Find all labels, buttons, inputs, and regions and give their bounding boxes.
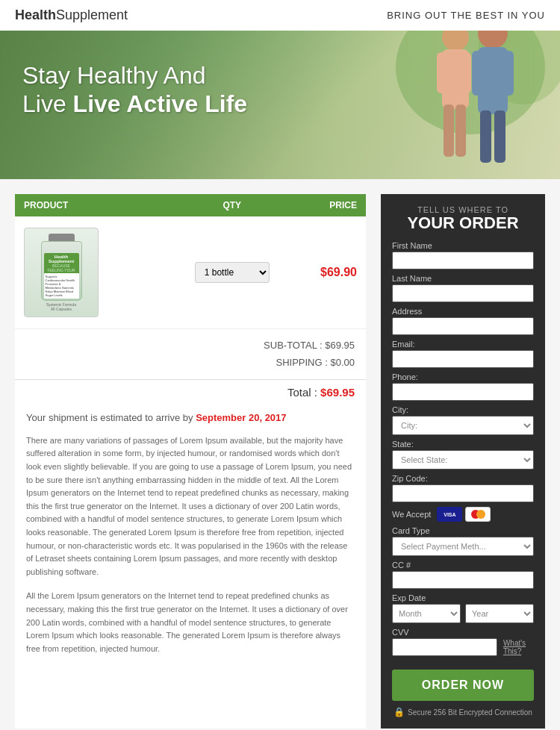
card-type-select[interactable]: Select Payment Meth... Visa Mastercard A…	[392, 537, 534, 556]
state-label: State:	[392, 440, 534, 449]
city-label: City:	[392, 405, 534, 414]
state-select[interactable]: Select State:	[392, 450, 534, 469]
product-image: HealthSupplement BECAUSE FEELING YOUR BE…	[24, 228, 99, 317]
col-product: PRODUCT	[24, 200, 190, 210]
card-icons: VISA	[437, 507, 491, 522]
order-now-button[interactable]: ORDER NOW	[392, 670, 534, 701]
last-name-label: Last Name	[392, 274, 534, 283]
logo-bold: Health	[15, 7, 56, 22]
cc-input[interactable]	[392, 571, 534, 589]
lorem-text-1: There are many variations of passages of…	[15, 434, 366, 590]
cvv-row: CVV What's This?	[392, 628, 534, 656]
svg-rect-5	[459, 52, 471, 93]
secure-badge: 🔒 Secure 256 Bit Encrypted Connection	[392, 707, 534, 717]
bottle-details: Supports Cardiovascular Health Promotes …	[44, 273, 79, 299]
phone-input[interactable]	[392, 383, 534, 401]
qty-select[interactable]: 1 bottle 2 bottles 3 bottles	[195, 262, 270, 283]
cvv-input[interactable]	[392, 638, 497, 656]
visa-icon: VISA	[437, 507, 462, 522]
total-line: Total : $69.95	[15, 379, 366, 405]
city-row: City: City:	[392, 405, 534, 435]
main-content: PRODUCT QTY PRICE HealthSupplement BECAU…	[0, 179, 560, 730]
state-row: State: Select State:	[392, 440, 534, 469]
address-row: Address	[392, 307, 534, 335]
zip-row: Zip Code:	[392, 474, 534, 502]
hero-text: Stay Healthy And Live Live Active Life	[22, 61, 247, 119]
zip-label: Zip Code:	[392, 474, 534, 483]
col-price: PRICE	[274, 200, 358, 210]
first-name-label: First Name	[392, 241, 534, 250]
exp-row: Exp Date Month 01020304 05060708 0910111…	[392, 593, 534, 623]
lock-icon: 🔒	[393, 707, 405, 717]
hero-people-illustration	[321, 7, 560, 179]
phone-label: Phone:	[392, 372, 534, 381]
svg-rect-7	[455, 104, 466, 157]
svg-rect-13	[494, 110, 505, 163]
exp-label: Exp Date	[392, 593, 534, 602]
bottle-cap	[49, 234, 75, 241]
first-name-row: First Name	[392, 241, 534, 269]
svg-rect-12	[480, 110, 491, 163]
email-label: Email:	[392, 340, 534, 349]
shipping-row: SHIPPING : $0.00	[26, 354, 355, 371]
last-name-input[interactable]	[392, 284, 534, 302]
logo-normal: Supplement	[56, 7, 128, 22]
svg-rect-6	[444, 104, 454, 157]
we-accept-row: We Accept VISA	[392, 507, 534, 522]
col-qty: QTY	[190, 200, 274, 210]
we-accept-label: We Accept	[392, 510, 431, 519]
product-table-header: PRODUCT QTY PRICE	[15, 194, 366, 216]
shipment-date: Your shipment is estimated to arrive by …	[15, 405, 366, 434]
last-name-row: Last Name	[392, 274, 534, 302]
exp-selects: Month 01020304 05060708 09101112 Year 20…	[392, 604, 534, 623]
month-select[interactable]: Month 01020304 05060708 09101112	[392, 604, 461, 623]
bottle-bottom: Systemic Formula 90 Capsules	[46, 302, 76, 311]
hero-headline: Stay Healthy And Live Live Active Life	[22, 61, 247, 119]
price-cell: $69.90	[274, 266, 358, 279]
cvv-input-row: What's This?	[392, 638, 534, 656]
product-image-cell: HealthSupplement BECAUSE FEELING YOUR BE…	[24, 228, 190, 317]
whats-this-link[interactable]: What's This?	[503, 639, 534, 655]
site-header: HealthSupplement BRING OUT THE BEST IN Y…	[0, 0, 560, 31]
cc-row: CC #	[392, 561, 534, 589]
mc-right	[476, 510, 485, 519]
address-input[interactable]	[392, 317, 534, 335]
address-label: Address	[392, 307, 534, 316]
city-select[interactable]: City:	[392, 416, 534, 435]
phone-row: Phone:	[392, 372, 534, 401]
email-input[interactable]	[392, 350, 534, 368]
email-row: Email:	[392, 340, 534, 368]
year-select[interactable]: Year 2017201820192020	[465, 604, 534, 623]
subtotal-row: SUB-TOTAL : $69.95	[26, 337, 355, 354]
bottle-body: HealthSupplement BECAUSE FEELING YOUR BE…	[41, 241, 82, 301]
cc-label: CC #	[392, 561, 534, 570]
zip-input[interactable]	[392, 484, 534, 502]
order-form-panel: TELL US WHERE TO YOUR ORDER First Name L…	[381, 194, 545, 729]
lorem-text-2: All the Lorem Ipsum generators on the In…	[15, 590, 366, 667]
svg-rect-10	[472, 51, 484, 96]
first-name-input[interactable]	[392, 252, 534, 269]
site-logo: HealthSupplement	[15, 7, 128, 23]
card-type-row: Card Type Select Payment Meth... Visa Ma…	[392, 526, 534, 556]
svg-rect-11	[502, 51, 514, 96]
header-tagline: BRING OUT THE BEST IN YOU	[387, 10, 545, 21]
cvv-label: CVV	[392, 628, 534, 637]
left-panel: PRODUCT QTY PRICE HealthSupplement BECAU…	[15, 194, 366, 729]
svg-rect-4	[437, 52, 449, 93]
order-header-main: YOUR ORDER	[392, 214, 534, 232]
qty-cell: 1 bottle 2 bottles 3 bottles	[190, 262, 274, 283]
mastercard-icon	[465, 507, 491, 522]
card-type-label: Card Type	[392, 526, 534, 535]
product-row: HealthSupplement BECAUSE FEELING YOUR BE…	[15, 216, 366, 329]
subtotals: SUB-TOTAL : $69.95 SHIPPING : $0.00	[15, 329, 366, 379]
